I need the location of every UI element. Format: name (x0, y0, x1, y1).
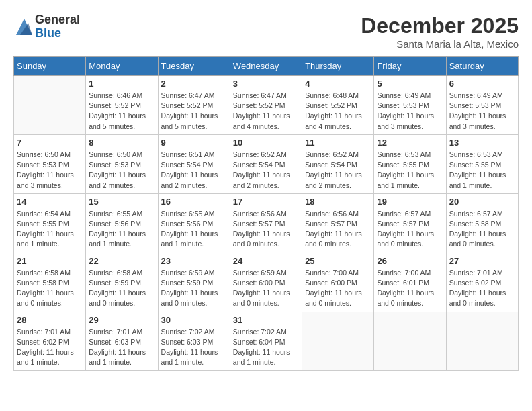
day-info: Sunrise: 6:58 AMSunset: 5:58 PMDaylight:… (17, 268, 83, 309)
day-info: Sunrise: 6:55 AMSunset: 5:56 PMDaylight:… (89, 209, 154, 250)
calendar-cell: 28Sunrise: 7:01 AMSunset: 6:02 PMDayligh… (14, 312, 86, 371)
day-number: 15 (89, 197, 154, 207)
calendar-cell: 21Sunrise: 6:58 AMSunset: 5:58 PMDayligh… (14, 253, 86, 312)
day-info: Sunrise: 7:02 AMSunset: 6:04 PMDaylight:… (233, 327, 299, 368)
calendar-table: SundayMondayTuesdayWednesdayThursdayFrid… (13, 56, 519, 371)
day-info: Sunrise: 7:00 AMSunset: 6:01 PMDaylight:… (377, 268, 443, 309)
day-number: 1 (89, 79, 154, 89)
weekday-header-monday: Monday (86, 57, 158, 76)
day-number: 7 (17, 138, 83, 148)
day-info: Sunrise: 7:00 AMSunset: 6:00 PMDaylight:… (305, 268, 371, 309)
month-title: December 2025 (361, 13, 519, 38)
title-block: December 2025 Santa Maria la Alta, Mexic… (361, 13, 519, 50)
calendar-cell: 27Sunrise: 7:01 AMSunset: 6:02 PMDayligh… (446, 253, 518, 312)
day-info: Sunrise: 6:57 AMSunset: 5:58 PMDaylight:… (449, 209, 515, 250)
weekday-header-saturday: Saturday (446, 57, 518, 76)
calendar-cell: 19Sunrise: 6:57 AMSunset: 5:57 PMDayligh… (374, 193, 446, 253)
calendar-cell: 24Sunrise: 6:59 AMSunset: 6:00 PMDayligh… (230, 253, 302, 312)
calendar-cell: 25Sunrise: 7:00 AMSunset: 6:00 PMDayligh… (302, 253, 374, 312)
day-number: 8 (89, 138, 154, 148)
calendar-cell (14, 76, 86, 135)
calendar-cell: 1Sunrise: 6:46 AMSunset: 5:52 PMDaylight… (86, 76, 158, 135)
day-info: Sunrise: 6:49 AMSunset: 5:53 PMDaylight:… (449, 91, 515, 132)
day-number: 18 (305, 197, 371, 207)
day-number: 3 (233, 79, 299, 89)
calendar-cell (302, 312, 374, 371)
calendar-cell (446, 312, 518, 371)
day-info: Sunrise: 6:46 AMSunset: 5:52 PMDaylight:… (89, 91, 154, 132)
calendar-cell: 22Sunrise: 6:58 AMSunset: 5:59 PMDayligh… (86, 253, 158, 312)
weekday-header-wednesday: Wednesday (230, 57, 302, 76)
calendar-cell: 7Sunrise: 6:50 AMSunset: 5:53 PMDaylight… (14, 134, 86, 193)
calendar-cell: 16Sunrise: 6:55 AMSunset: 5:56 PMDayligh… (158, 193, 230, 253)
day-info: Sunrise: 6:47 AMSunset: 5:52 PMDaylight:… (233, 91, 299, 132)
page-header: General Blue December 2025 Santa Maria l… (13, 13, 519, 50)
day-info: Sunrise: 6:52 AMSunset: 5:54 PMDaylight:… (233, 150, 299, 191)
day-number: 11 (305, 138, 371, 148)
day-info: Sunrise: 6:47 AMSunset: 5:52 PMDaylight:… (161, 91, 227, 132)
week-row-4: 21Sunrise: 6:58 AMSunset: 5:58 PMDayligh… (14, 253, 519, 312)
logo-text: General Blue (35, 13, 80, 40)
logo: General Blue (13, 13, 80, 40)
calendar-cell: 9Sunrise: 6:51 AMSunset: 5:54 PMDaylight… (158, 134, 230, 193)
calendar-cell: 14Sunrise: 6:54 AMSunset: 5:55 PMDayligh… (14, 193, 86, 253)
day-number: 26 (377, 256, 443, 266)
week-row-3: 14Sunrise: 6:54 AMSunset: 5:55 PMDayligh… (14, 193, 519, 253)
logo-icon (13, 16, 35, 38)
calendar-cell: 4Sunrise: 6:48 AMSunset: 5:52 PMDaylight… (302, 76, 374, 135)
day-number: 23 (161, 256, 227, 266)
week-row-5: 28Sunrise: 7:01 AMSunset: 6:02 PMDayligh… (14, 312, 519, 371)
day-number: 13 (449, 138, 515, 148)
day-number: 29 (89, 315, 154, 325)
day-number: 21 (17, 256, 83, 266)
day-info: Sunrise: 7:01 AMSunset: 6:02 PMDaylight:… (449, 268, 515, 309)
calendar-cell: 5Sunrise: 6:49 AMSunset: 5:53 PMDaylight… (374, 76, 446, 135)
day-info: Sunrise: 7:02 AMSunset: 6:03 PMDaylight:… (161, 327, 227, 368)
day-number: 20 (449, 197, 515, 207)
calendar-cell: 8Sunrise: 6:50 AMSunset: 5:53 PMDaylight… (86, 134, 158, 193)
day-info: Sunrise: 6:54 AMSunset: 5:55 PMDaylight:… (17, 209, 83, 250)
calendar-cell: 20Sunrise: 6:57 AMSunset: 5:58 PMDayligh… (446, 193, 518, 253)
week-row-2: 7Sunrise: 6:50 AMSunset: 5:53 PMDaylight… (14, 134, 519, 193)
day-info: Sunrise: 6:49 AMSunset: 5:53 PMDaylight:… (377, 91, 443, 132)
day-info: Sunrise: 6:57 AMSunset: 5:57 PMDaylight:… (377, 209, 443, 250)
day-number: 9 (161, 138, 227, 148)
day-info: Sunrise: 6:52 AMSunset: 5:54 PMDaylight:… (305, 150, 371, 191)
day-number: 6 (449, 79, 515, 89)
day-number: 24 (233, 256, 299, 266)
day-info: Sunrise: 6:56 AMSunset: 5:57 PMDaylight:… (233, 209, 299, 250)
day-info: Sunrise: 6:50 AMSunset: 5:53 PMDaylight:… (89, 150, 154, 191)
day-info: Sunrise: 6:51 AMSunset: 5:54 PMDaylight:… (161, 150, 227, 191)
weekday-header-sunday: Sunday (14, 57, 86, 76)
day-info: Sunrise: 6:58 AMSunset: 5:59 PMDaylight:… (89, 268, 154, 309)
day-number: 12 (377, 138, 443, 148)
calendar-cell: 30Sunrise: 7:02 AMSunset: 6:03 PMDayligh… (158, 312, 230, 371)
calendar-cell: 6Sunrise: 6:49 AMSunset: 5:53 PMDaylight… (446, 76, 518, 135)
day-number: 17 (233, 197, 299, 207)
day-number: 4 (305, 79, 371, 89)
day-info: Sunrise: 6:55 AMSunset: 5:56 PMDaylight:… (161, 209, 227, 250)
calendar-cell: 29Sunrise: 7:01 AMSunset: 6:03 PMDayligh… (86, 312, 158, 371)
day-number: 19 (377, 197, 443, 207)
day-number: 5 (377, 79, 443, 89)
calendar-cell: 23Sunrise: 6:59 AMSunset: 5:59 PMDayligh… (158, 253, 230, 312)
day-number: 27 (449, 256, 515, 266)
day-number: 25 (305, 256, 371, 266)
day-number: 31 (233, 315, 299, 325)
weekday-header-friday: Friday (374, 57, 446, 76)
day-info: Sunrise: 6:48 AMSunset: 5:52 PMDaylight:… (305, 91, 371, 132)
calendar-cell: 3Sunrise: 6:47 AMSunset: 5:52 PMDaylight… (230, 76, 302, 135)
day-number: 22 (89, 256, 154, 266)
day-info: Sunrise: 6:59 AMSunset: 6:00 PMDaylight:… (233, 268, 299, 309)
calendar-cell: 31Sunrise: 7:02 AMSunset: 6:04 PMDayligh… (230, 312, 302, 371)
weekday-header-thursday: Thursday (302, 57, 374, 76)
day-number: 30 (161, 315, 227, 325)
day-number: 10 (233, 138, 299, 148)
calendar-cell: 13Sunrise: 6:53 AMSunset: 5:55 PMDayligh… (446, 134, 518, 193)
day-info: Sunrise: 6:53 AMSunset: 5:55 PMDaylight:… (449, 150, 515, 191)
calendar-cell (374, 312, 446, 371)
day-number: 2 (161, 79, 227, 89)
day-info: Sunrise: 6:50 AMSunset: 5:53 PMDaylight:… (17, 150, 83, 191)
day-info: Sunrise: 6:56 AMSunset: 5:57 PMDaylight:… (305, 209, 371, 250)
calendar-cell: 15Sunrise: 6:55 AMSunset: 5:56 PMDayligh… (86, 193, 158, 253)
